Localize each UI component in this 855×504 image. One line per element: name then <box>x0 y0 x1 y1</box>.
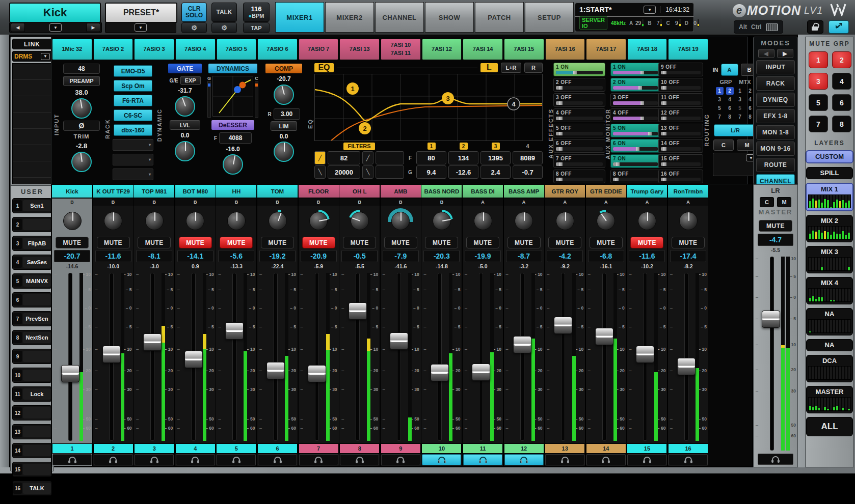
filter2b-freq-value[interactable] <box>376 165 404 179</box>
channel-mute-button[interactable]: MUTE <box>220 237 253 248</box>
channel-cue-button[interactable] <box>545 454 584 465</box>
preset-dropdown-button[interactable]: ▼ <box>135 23 147 32</box>
layer-mix-3[interactable]: MIX 3 <box>806 246 853 273</box>
channel-cue-button[interactable] <box>504 454 544 465</box>
channel-mute-button[interactable]: MUTE <box>384 237 417 248</box>
input-patch-label[interactable]: 7ASI 15 <box>504 39 544 60</box>
mode-route[interactable]: ROUTE <box>756 158 795 172</box>
layer-spill[interactable]: SPILL <box>806 167 853 179</box>
mute-group-2[interactable]: 2 <box>832 51 851 68</box>
input-patch-label[interactable]: 7ASI 12 <box>422 39 462 60</box>
eq-left-button[interactable]: L <box>480 63 498 72</box>
aux-send-16-off[interactable]: 16 OFF <box>658 170 703 183</box>
input-patch-label[interactable]: 7ASI 14 <box>463 39 503 60</box>
aux-send-slider[interactable] <box>661 162 701 166</box>
filter2b-slope-icon[interactable]: ╱ <box>362 165 373 179</box>
aux-send-slider[interactable] <box>613 178 658 181</box>
channel-fader-value[interactable]: -0.5 <box>341 250 378 262</box>
aux-send-8-off[interactable]: 8 OFF <box>553 170 605 183</box>
user-button-3[interactable]: 3FlipAB <box>12 236 52 251</box>
pan-knob[interactable] <box>309 212 328 230</box>
aux-send-slider[interactable] <box>613 117 658 120</box>
user-button-13[interactable]: 13 <box>12 424 52 439</box>
user-button-9[interactable]: 9 <box>12 349 52 364</box>
tap-tempo-button[interactable]: TAP <box>243 22 270 33</box>
aux-send-12-off[interactable]: 12 OFF <box>658 108 703 122</box>
master-fader-value[interactable]: -4.7 <box>758 234 793 246</box>
clear-solo-button[interactable]: CLR SOLO <box>181 3 207 22</box>
input-patch-label[interactable]: 7ASI 107ASI 11 <box>381 39 421 60</box>
channel-cue-button[interactable] <box>217 454 256 465</box>
tab-patch[interactable]: PATCH <box>475 2 524 33</box>
comp-threshold-knob[interactable] <box>274 85 294 105</box>
comp-header-button[interactable]: COMP <box>265 64 302 73</box>
layer-custom[interactable]: CUSTOM <box>806 150 853 163</box>
channel-name[interactable]: OH L <box>339 185 380 199</box>
channel-fader-value[interactable]: -11.6 <box>629 250 665 262</box>
grp-4[interactable]: 4 <box>726 96 734 103</box>
channel-name[interactable]: AMB <box>381 185 421 199</box>
input-patch-label[interactable]: 7ASIO 3 <box>134 39 174 60</box>
routing-c-button[interactable]: C <box>713 139 734 151</box>
deesser-range-knob[interactable] <box>223 154 243 175</box>
grp-1[interactable]: 1 <box>716 87 724 95</box>
channel-fader[interactable]: –– 10–– 5–– 0–– 5–– 10–– 20–– 30–– 50–– … <box>546 271 584 443</box>
channel-name[interactable]: Kick <box>52 185 92 199</box>
aux-send-slider[interactable] <box>661 178 701 181</box>
aux-send-1-on[interactable]: 1 ON <box>553 63 605 76</box>
aux-send-slider[interactable] <box>556 71 603 74</box>
rack-slot-emo-d5[interactable]: EMO-D5 <box>114 65 152 77</box>
layer-na[interactable]: NA <box>806 308 853 335</box>
grp-3[interactable]: 3 <box>716 96 724 103</box>
aux-send-4-off[interactable]: 4 OFF <box>610 108 660 122</box>
mtx-5[interactable]: 5 <box>736 104 744 112</box>
band1-gain[interactable]: 9.4 <box>416 165 446 179</box>
eq-lr-button[interactable]: L+R <box>501 63 521 73</box>
aux-send-2-off[interactable]: 2 OFF <box>553 78 605 92</box>
channel-fader[interactable]: –– 10–– 5–– 0–– 5–– 10–– 20–– 30–– 50–– … <box>464 271 502 443</box>
aux-send-slider[interactable] <box>661 101 701 105</box>
master-fader[interactable]: –– 10–– 5–– 0–– 5–– 10–– 20–– 30–– 50–– … <box>755 255 796 453</box>
band2-gain[interactable]: -12.6 <box>448 165 478 179</box>
layer-master[interactable]: MASTER <box>806 386 853 413</box>
channel-fader-value[interactable]: -4.2 <box>547 250 583 262</box>
channel-cue-button[interactable] <box>463 454 502 465</box>
tab-setup[interactable]: SETUP <box>525 2 574 33</box>
user-button-14[interactable]: 14 <box>12 443 52 458</box>
rack-slot-empty[interactable]: ▾ <box>113 169 153 180</box>
fader-cap[interactable] <box>61 365 79 382</box>
channel-name[interactable]: TOM <box>257 185 298 199</box>
channel-fader-value[interactable]: -20.9 <box>301 250 337 262</box>
user-button-4[interactable]: 4SavSes <box>12 255 52 270</box>
eq-band1-tag[interactable]: 1 <box>428 143 436 150</box>
pan-knob[interactable] <box>474 212 492 230</box>
aux-send-slider[interactable] <box>661 71 701 74</box>
input-patch-label[interactable]: 7ASI 19 <box>668 39 708 60</box>
rack-slot-scp om[interactable]: Scp Om <box>114 80 152 92</box>
input-patch-label[interactable]: 7ASIO 5 <box>217 39 257 60</box>
mute-group-6[interactable]: 6 <box>832 94 851 111</box>
band3-freq[interactable]: 1395 <box>480 151 511 164</box>
fader-cap[interactable] <box>554 317 572 334</box>
fader-cap[interactable] <box>349 302 367 320</box>
aux-send-slider[interactable] <box>556 147 603 151</box>
modifier-keys[interactable]: Alt Ctrl <box>734 20 783 34</box>
mode-dyn-eq[interactable]: DYN/EQ <box>756 93 795 107</box>
master-name[interactable]: LR <box>754 185 797 196</box>
mode-input[interactable]: INPUT <box>756 60 795 74</box>
solo-settings-button[interactable]: ⚙ <box>181 22 207 33</box>
lpf-freq-value[interactable]: 20000 <box>328 165 360 179</box>
modes-next-button[interactable]: ▶ <box>777 49 793 58</box>
channel-fader-value[interactable]: -20.7 <box>54 250 90 262</box>
fader-cap[interactable] <box>308 365 326 382</box>
channel-cue-button[interactable] <box>299 454 338 465</box>
channel-mute-button[interactable]: MUTE <box>179 237 212 248</box>
grp-6[interactable]: 6 <box>726 104 734 112</box>
input-patch-label[interactable]: 7ASI 17 <box>586 39 626 60</box>
channel-cue-button[interactable] <box>586 454 626 465</box>
mode-rack[interactable]: RACK <box>756 76 795 91</box>
channel-fader-value[interactable]: -7.9 <box>383 250 419 262</box>
channel-fader[interactable]: –– 10–– 5–– 0–– 5–– 10–– 20–– 30–– 50–– … <box>587 271 625 443</box>
deesser-freq-value[interactable]: 4088 <box>219 132 252 144</box>
tab-channel[interactable]: CHANNEL <box>375 2 424 33</box>
